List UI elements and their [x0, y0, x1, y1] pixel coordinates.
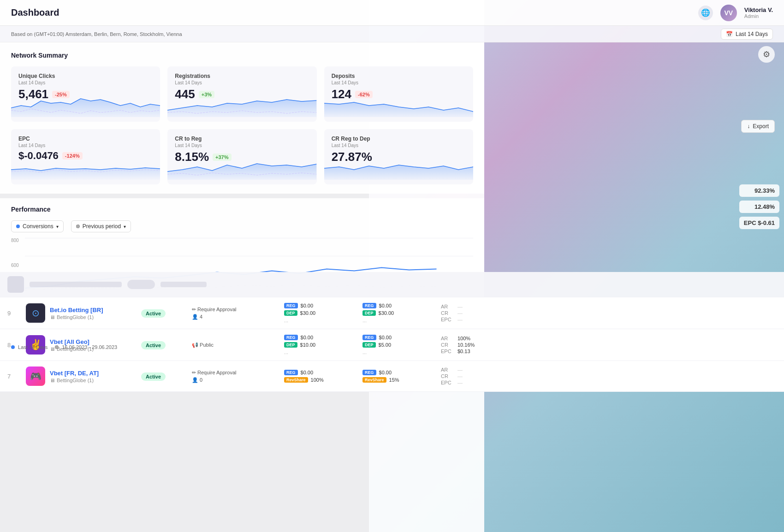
status-9: Active — [141, 309, 192, 318]
sparkline-5 — [167, 157, 316, 180]
metric-period-2: Last 14 Days — [175, 80, 309, 85]
right-stat-2: 12.48% — [739, 201, 779, 213]
metric-unique-clicks: Unique Clicks Last 14 Days 5,461 -25% — [11, 66, 160, 122]
metric-registrations: Registrations Last 14 Days 445 +3% — [167, 66, 316, 122]
table-row-shimmer — [0, 272, 784, 297]
header-right: 🌐 VV Viktoria V. Admin — [698, 5, 773, 21]
metric-epc: EPC Last 14 Days $-0.0476 -124% — [11, 129, 160, 184]
table-row-7: 7 🎮 Vbet [FR, DE, AT] 🖥 BettingGlobe (1)… — [0, 361, 784, 392]
metrics-grid: Unique Clicks Last 14 Days 5,461 -25% — [11, 66, 473, 184]
stats-9: AR — CR — EPC — — [441, 304, 777, 322]
network-summary: Network Summary Unique Clicks Last 14 Da… — [0, 42, 484, 194]
metric-period-6: Last 14 Days — [332, 143, 466, 148]
shimmer-payout — [160, 282, 207, 287]
export-button[interactable]: ↓ Export — [741, 120, 775, 133]
timezone-label: Based on (GMT+01:00) Amsterdam, Berlin, … — [11, 31, 182, 37]
your-payout-7: REG $0.00 RevShare 100% — [284, 370, 362, 383]
user-role: Admin — [744, 13, 773, 19]
metric-label-6: CR Reg to Dep — [332, 136, 466, 142]
calendar-icon: 📅 — [726, 31, 733, 37]
legend-dot-previous — [55, 345, 59, 349]
legend-previous: 16.06.2023 - 29.06.2023 — [55, 344, 117, 350]
network-payout-9: REG $0.00 DEP $30.00 ... — [362, 303, 441, 323]
metric-cr-dep: CR Reg to Dep Last 14 Days 27.87% — [324, 129, 473, 184]
user-info: Viktoria V. Admin — [744, 6, 773, 19]
right-stats: 92.33% 12.48% EPC $-0.61 — [739, 184, 779, 229]
metric-label-2: Registrations — [175, 73, 309, 79]
shimmer-badge — [127, 280, 155, 289]
metric-label-4: EPC — [18, 136, 153, 142]
settings-icon[interactable]: ⚙ — [758, 46, 775, 63]
date-range-button[interactable]: 📅 Last 14 Days — [721, 29, 773, 40]
metric-period-1: Last 14 Days — [18, 80, 153, 85]
legend-current: Last 14 Days — [11, 344, 48, 350]
your-payout-8: REG $0.00 DEP $10.00 ... — [284, 335, 362, 355]
stats-8: AR 100% CR 10.16% EPC $0.13 — [441, 336, 777, 354]
metric-period-5: Last 14 Days — [175, 143, 309, 148]
metric-cr-reg: CR to Reg Last 14 Days 8.15% +37% — [167, 129, 316, 184]
export-arrow-icon: ↓ — [747, 123, 750, 130]
sparkline-6 — [324, 157, 473, 180]
metric-label-3: Deposits — [332, 73, 466, 79]
sparkline-4 — [11, 157, 160, 180]
right-stat-1: 92.33% — [739, 184, 779, 197]
metric-period-4: Last 14 Days — [18, 143, 153, 148]
chevron-down-icon-2: ▾ — [124, 224, 126, 229]
network-payout-7: REG $0.00 RevShare 15% — [362, 370, 441, 383]
export-label: Export — [753, 123, 769, 130]
network-payout-8: REG $0.00 DEP $5.00 ... — [362, 335, 441, 355]
metric-deposits: Deposits Last 14 Days 124 -62% — [324, 66, 473, 122]
user-name: Viktoria V. — [744, 6, 773, 13]
stats-7: AR — CR — EPC — — [441, 367, 777, 385]
timezone-bar: Based on (GMT+01:00) Amsterdam, Berlin, … — [0, 26, 784, 42]
table-section: 9 ⊙ Bet.io Betting [BR] 🖥 BettingGlobe (… — [0, 272, 784, 392]
header: Dashboard 🌐 VV Viktoria V. Admin — [0, 0, 784, 26]
status-badge-7: Active — [141, 372, 166, 381]
status-badge-9: Active — [141, 309, 166, 318]
sparkline-3 — [324, 94, 473, 117]
your-payout-9: REG $0.00 DEP $30.00 ... — [284, 303, 362, 323]
metric-period-3: Last 14 Days — [332, 80, 466, 85]
table-row: 9 ⊙ Bet.io Betting [BR] 🖥 BettingGlobe (… — [0, 297, 784, 329]
avatar: VV — [720, 5, 737, 21]
date-range-label: Last 14 Days — [736, 31, 768, 37]
status-badge-8: Active — [141, 341, 166, 349]
metric-label-5: CR to Reg — [175, 136, 309, 142]
status-7: Active — [141, 372, 192, 381]
legend-dot-current — [11, 345, 15, 349]
right-stat-value-3: EPC $-0.61 — [744, 219, 775, 226]
right-stat-value-2: 12.48% — [744, 203, 775, 210]
globe-icon[interactable]: 🌐 — [698, 6, 713, 20]
approval-9: ✏ Require Approval 👤 4 — [192, 307, 284, 320]
metric-label-1: Unique Clicks — [18, 73, 153, 79]
status-8: Active — [141, 341, 192, 349]
right-stat-3: EPC $-0.61 — [739, 217, 779, 229]
network-summary-title: Network Summary — [11, 52, 473, 59]
sparkline-1 — [11, 94, 160, 117]
approval-7: ✏ Require Approval 👤 0 — [192, 370, 284, 383]
page-title: Dashboard — [11, 7, 59, 18]
chart-legend: Last 14 Days 16.06.2023 - 29.06.2023 — [11, 188, 117, 506]
table-row-8: 8 ✌ Vbet [All Geo] 🖥 BettingGlobe (1) Ac… — [0, 329, 784, 361]
approval-8: 📢 Public — [192, 342, 284, 348]
sparkline-2 — [167, 94, 316, 117]
right-stat-value-1: 92.33% — [744, 187, 775, 194]
